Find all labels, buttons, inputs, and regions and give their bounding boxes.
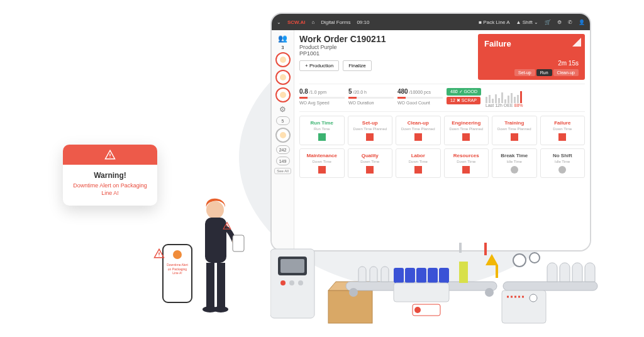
svg-point-12 bbox=[289, 280, 294, 285]
card-subtitle: Down Time bbox=[446, 160, 487, 163]
work-order-title: Work Order C190211 bbox=[299, 34, 474, 44]
state-card-run-time[interactable]: Run TimeRun Time bbox=[299, 116, 345, 145]
state-card-failure[interactable]: FailureDown Time bbox=[540, 116, 586, 145]
work-order-code: PP1001 bbox=[299, 50, 474, 57]
side-badge[interactable]: 242 bbox=[276, 145, 290, 154]
topbar-phone-icon[interactable]: ✆ bbox=[568, 19, 572, 25]
app-topbar: ⌄ SCW.AI ⌂ Digital Forms 09:10 ■ Pack Li… bbox=[272, 14, 590, 30]
alert-triangle-icon bbox=[223, 221, 231, 230]
menu-chevron-icon[interactable]: ⌄ bbox=[277, 19, 281, 25]
card-status-icon bbox=[366, 166, 374, 174]
state-card-maintenance[interactable]: MaintenanceDown Time bbox=[299, 148, 345, 178]
app-logo: SCW.AI bbox=[287, 19, 305, 25]
operator-count: 3 bbox=[282, 45, 284, 50]
line-selector[interactable]: ■ Pack Line A bbox=[479, 19, 509, 25]
side-badge[interactable]: 149 bbox=[276, 157, 290, 165]
see-all-button[interactable]: See All bbox=[274, 168, 291, 174]
svg-point-0 bbox=[206, 201, 224, 219]
kpi-good-scrap: 480 ✓ GOOD 12 ✖ SCRAP bbox=[447, 88, 482, 106]
avatar[interactable] bbox=[275, 52, 291, 67]
card-title: Labor bbox=[397, 153, 439, 158]
card-subtitle: Down Time bbox=[350, 160, 391, 163]
phase-tab-cleanup[interactable]: Clean-up bbox=[553, 69, 579, 76]
card-status-icon bbox=[414, 166, 422, 174]
card-title: Clean-up bbox=[397, 120, 439, 126]
work-order-product: Product Purple bbox=[299, 44, 474, 50]
work-order-header: Work Order C190211 Product Purple PP1001… bbox=[299, 34, 474, 80]
state-card-break-time[interactable]: Break TimeIdle Time bbox=[492, 148, 537, 178]
card-status-icon bbox=[318, 166, 326, 174]
svg-point-13 bbox=[298, 280, 303, 285]
card-status-icon bbox=[462, 166, 470, 174]
svg-point-16 bbox=[349, 288, 358, 297]
topbar-user-icon[interactable]: 👤 bbox=[579, 19, 585, 25]
svg-point-5 bbox=[213, 306, 228, 312]
avatar[interactable] bbox=[275, 128, 291, 143]
card-subtitle: Down Time Planned bbox=[397, 127, 439, 131]
card-status-icon bbox=[558, 166, 566, 174]
state-card-clean-up[interactable]: Clean-upDown Time Planned bbox=[396, 116, 441, 145]
operator-sidebar: 👥 3 ⚙ 5 242 149 See All bbox=[272, 30, 294, 250]
card-title: Engineering bbox=[446, 120, 487, 126]
shift-selector[interactable]: ▲ Shift ⌄ bbox=[516, 19, 538, 25]
warning-title: Warning! bbox=[70, 171, 150, 180]
svg-rect-31 bbox=[502, 290, 546, 323]
card-subtitle: Down Time bbox=[397, 160, 439, 163]
mobile-phone: Downtime Alert on Packaging Line A! bbox=[162, 244, 192, 303]
topbar-settings-icon[interactable]: ⚙ bbox=[557, 19, 562, 25]
state-card-quality[interactable]: QualityDown Time bbox=[348, 148, 393, 178]
operator-illustration bbox=[189, 195, 245, 327]
svg-rect-23 bbox=[394, 283, 449, 302]
svg-rect-26 bbox=[459, 262, 468, 283]
state-card-labor[interactable]: LaborDown Time bbox=[396, 148, 441, 178]
card-subtitle: Down Time Planned bbox=[350, 127, 391, 131]
state-card-resources[interactable]: ResourcesDown Time bbox=[444, 148, 489, 178]
card-status-icon bbox=[462, 133, 470, 141]
card-title: Resources bbox=[446, 153, 487, 158]
card-subtitle: Down Time bbox=[542, 127, 584, 131]
phase-tab-setup[interactable]: Set-up bbox=[514, 69, 535, 76]
phone-alert-text: Downtime Alert on Packaging Line A! bbox=[166, 263, 189, 275]
warning-message: Downtime Alert on Packaging Line A! bbox=[70, 182, 150, 197]
topbar-cart-icon[interactable]: 🛒 bbox=[545, 19, 551, 25]
svg-point-29 bbox=[530, 253, 540, 263]
card-status-icon bbox=[318, 133, 326, 141]
card-title: No Shift bbox=[542, 153, 584, 158]
state-card-grid: Run TimeRun TimeSet-upDown Time PlannedC… bbox=[299, 116, 585, 178]
production-button[interactable]: + Production bbox=[299, 60, 339, 71]
failure-elapsed: 2m 15s bbox=[484, 60, 579, 67]
state-card-engineering[interactable]: EngineeringDown Time Planned bbox=[444, 116, 489, 145]
failure-title: Failure bbox=[484, 39, 579, 48]
state-card-training[interactable]: TrainingDown Time Planned bbox=[492, 116, 537, 145]
warning-triangle-icon bbox=[104, 149, 116, 160]
state-card-no-shift[interactable]: No ShiftIdle Time bbox=[540, 148, 586, 178]
svg-rect-18 bbox=[394, 268, 404, 283]
home-icon[interactable]: ⌂ bbox=[311, 19, 314, 25]
svg-rect-20 bbox=[416, 268, 426, 283]
svg-rect-10 bbox=[280, 259, 304, 273]
phase-tab-run[interactable]: Run bbox=[536, 69, 552, 76]
avatar[interactable] bbox=[275, 70, 291, 85]
svg-rect-21 bbox=[428, 268, 438, 283]
card-title: Maintenance bbox=[301, 153, 343, 158]
side-badge[interactable]: 5 bbox=[276, 116, 290, 125]
avatar[interactable] bbox=[275, 87, 291, 102]
finalize-button[interactable]: Finalize bbox=[343, 60, 372, 71]
dashboard-tablet: ⌄ SCW.AI ⌂ Digital Forms 09:10 ■ Pack Li… bbox=[270, 13, 591, 251]
breadcrumb[interactable]: Digital Forms bbox=[321, 19, 350, 25]
gear-plus-icon[interactable]: ⚙ bbox=[279, 105, 286, 114]
svg-point-32 bbox=[530, 294, 537, 302]
state-card-set-up[interactable]: Set-upDown Time Planned bbox=[348, 116, 393, 145]
svg-point-17 bbox=[485, 288, 494, 297]
kpi-good-count: 480 /10000 pcs WO Good Count bbox=[397, 88, 443, 105]
card-subtitle: Idle Time bbox=[494, 160, 535, 163]
kpi-speed: 0.8 /1.0 ppm WO Avg Speed bbox=[299, 88, 345, 105]
svg-rect-30 bbox=[503, 282, 597, 290]
card-subtitle: Down Time Planned bbox=[446, 127, 487, 131]
dashboard-main: Work Order C190211 Product Purple PP1001… bbox=[294, 30, 590, 250]
svg-rect-34 bbox=[484, 243, 487, 255]
add-user-icon[interactable]: 👥 bbox=[278, 34, 287, 43]
card-title: Run Time bbox=[301, 120, 343, 126]
card-subtitle: Down Time Planned bbox=[494, 127, 535, 131]
svg-rect-7 bbox=[233, 235, 244, 251]
